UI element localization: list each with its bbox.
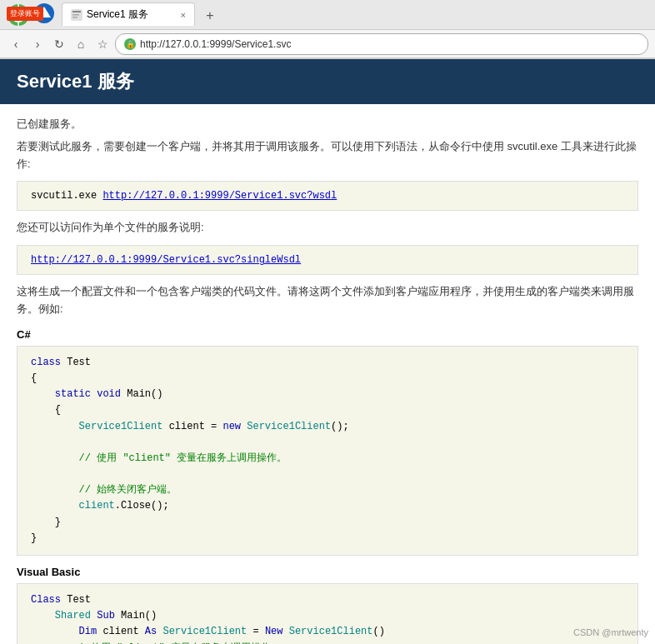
csharp-section-title: C#	[17, 328, 638, 341]
single-wsdl-block: http://127.0.0.1:9999/Service1.svc?singl…	[17, 245, 638, 275]
svcutil-link[interactable]: http://127.0.0.1:9999/Service1.svc?wsdl	[102, 190, 337, 202]
address-bar-row: ‹ › ↻ ⌂ ☆ 🔒 http://127.0.0.1:9999/Servic…	[0, 30, 655, 58]
security-icon: 🔒	[124, 38, 136, 50]
tab-close-button[interactable]: ×	[181, 10, 186, 20]
address-input[interactable]: 🔒 http://127.0.0.1:9999/Service1.svc	[115, 33, 648, 55]
vb-code-block: Class Test Shared Sub Main() Dim client …	[17, 583, 638, 644]
page-content: Service1 服务 已创建服务。 若要测试此服务，需要创建一个客户端，并将其…	[0, 59, 655, 644]
watermark: CSDN @mrtwenty	[573, 627, 648, 637]
home-button[interactable]: ⌂	[72, 35, 90, 53]
bookmark-button[interactable]: ☆	[93, 35, 112, 53]
svg-rect-8	[72, 14, 79, 16]
svg-rect-9	[72, 17, 78, 18]
new-tab-button[interactable]: +	[200, 6, 220, 26]
back-button[interactable]: ‹	[7, 35, 25, 53]
intro-text-2: 若要测试此服务，需要创建一个客户端，并将其用于调用该服务。可以使用下列语法，从命…	[17, 138, 638, 173]
csdn-login-badge[interactable]: 登录账号	[7, 7, 43, 21]
refresh-button[interactable]: ↻	[50, 35, 68, 53]
browser-chrome: 登录账号 Service1 服务 × + ‹ › ↻ ⌂	[0, 0, 655, 59]
intro-text-1: 已创建服务。	[17, 116, 638, 133]
svcutil-command-text: svcutil.exe	[31, 190, 102, 202]
single-wsdl-link[interactable]: http://127.0.0.1:9999/Service1.svc?singl…	[31, 254, 301, 266]
csharp-code-block: class Test { static void Main() { Servic…	[17, 346, 638, 556]
tabs-row: Service1 服务 × +	[62, 3, 648, 26]
generation-desc: 这将生成一个配置文件和一个包含客户端类的代码文件。请将这两个文件添加到客户端应用…	[17, 283, 638, 318]
tab-favicon	[71, 9, 82, 21]
vb-section-title: Visual Basic	[17, 566, 638, 578]
page-title: Service1 服务	[0, 59, 655, 104]
svg-rect-7	[72, 11, 81, 12]
single-wsdl-intro: 您还可以访问作为单个文件的服务说明:	[17, 219, 638, 237]
active-tab[interactable]: Service1 服务 ×	[62, 2, 195, 26]
svcutil-command-block: svcutil.exe http://127.0.0.1:9999/Servic…	[17, 181, 638, 211]
address-text: http://127.0.0.1:9999/Service1.svc	[140, 38, 291, 50]
forward-button[interactable]: ›	[28, 35, 47, 53]
tab-title: Service1 服务	[87, 7, 148, 22]
browser-top-bar: 登录账号 Service1 服务 × +	[0, 0, 655, 30]
page-body: 已创建服务。 若要测试此服务，需要创建一个客户端，并将其用于调用该服务。可以使用…	[0, 104, 655, 644]
